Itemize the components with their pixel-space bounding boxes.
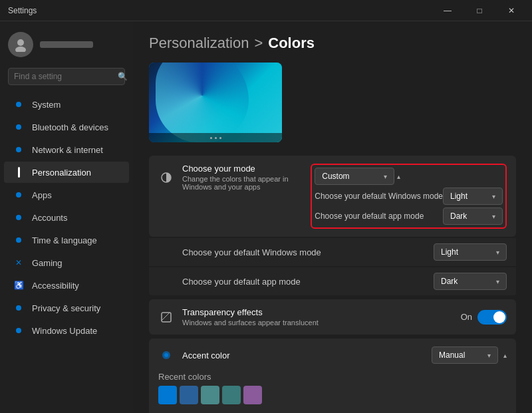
accent-color-title: Accent color (182, 350, 230, 360)
chevron-down-icon: ▾ (492, 213, 495, 220)
app-mode-row-label: Choose your default app mode (182, 277, 301, 287)
gaming-icon: ✕ (13, 257, 24, 268)
recent-color-swatch[interactable] (158, 386, 177, 404)
search-box[interactable]: 🔍 (8, 68, 125, 85)
taskbar-dot (219, 137, 221, 139)
choose-mode-desc: Change the colors that appear in Windows… (182, 175, 311, 191)
sidebar-item-label: Bluetooth & devices (32, 122, 108, 132)
sidebar-item-accounts[interactable]: Accounts (4, 207, 129, 228)
titlebar-title: Settings (8, 6, 37, 15)
choose-mode-title: Choose your mode (182, 164, 311, 174)
windows-mode-value: Light (450, 192, 467, 201)
windows-mode-row-dropdown[interactable]: Light ▾ (434, 243, 507, 261)
transparency-text: Transparency effects Windows and surface… (182, 307, 461, 327)
app-mode-row-dropdown[interactable]: Dark ▾ (434, 273, 507, 290)
sidebar-item-network[interactable]: Network & internet (4, 139, 129, 160)
system-icon (13, 99, 24, 110)
preview-taskbar (149, 133, 282, 142)
sidebar-item-label: System (32, 100, 61, 110)
minimize-button[interactable]: — (432, 0, 463, 21)
sidebar-item-accessibility[interactable]: ♿ Accessibility (4, 275, 129, 296)
choose-mode-dropdown[interactable]: Custom ▾ (315, 168, 394, 185)
transparency-toggle[interactable] (477, 310, 507, 325)
accent-color-section: Accent color Manual ▾ ▴ Recent colors Wi… (149, 339, 516, 413)
choose-mode-row: Choose your mode Change the colors that … (149, 156, 516, 237)
recent-color-swatch[interactable] (180, 386, 198, 404)
accent-color-value: Manual (439, 350, 465, 360)
close-button[interactable]: ✕ (496, 0, 527, 21)
sidebar-item-label: Time & language (32, 235, 97, 245)
toggle-knob (493, 311, 505, 323)
recent-color-swatch[interactable] (201, 386, 219, 404)
transparency-desc: Windows and surfaces appear translucent (182, 319, 461, 327)
time-icon (13, 235, 24, 245)
windows-mode-row: Choose your default Windows mode Light ▾ (149, 238, 516, 266)
sidebar-item-label: Windows Update (32, 326, 97, 336)
app-mode-dropdown[interactable]: Dark ▾ (443, 207, 503, 225)
sidebar-item-label: Accounts (32, 213, 67, 223)
windows-mode-row-label: Choose your default Windows mode (182, 247, 321, 257)
choose-mode-value: Custom (322, 172, 349, 181)
sidebar-item-bluetooth[interactable]: Bluetooth & devices (4, 116, 129, 138)
breadcrumb[interactable]: Personalization (149, 35, 249, 52)
sidebar-item-time[interactable]: Time & language (4, 229, 129, 251)
app-mode-row: Choose your default app mode Dark ▾ (149, 267, 516, 295)
apps-icon (13, 190, 24, 200)
sidebar-item-apps[interactable]: Apps (4, 184, 129, 206)
sidebar-item-update[interactable]: Windows Update (4, 320, 129, 341)
taskbar-dot (215, 137, 217, 139)
recent-color-swatch[interactable] (243, 386, 262, 404)
preview-container (149, 63, 282, 142)
search-input[interactable] (14, 72, 114, 81)
sidebar-item-gaming[interactable]: ✕ Gaming (4, 252, 129, 273)
sidebar-item-system[interactable]: System (4, 94, 129, 115)
sidebar: 🔍 System Bluetooth & devices Network & i… (0, 21, 133, 413)
recent-colors-label: Recent colors (158, 372, 507, 382)
bloom-decoration (156, 63, 249, 142)
app-mode-label: Choose your default app mode (315, 211, 424, 221)
page-title: Colors (268, 35, 315, 52)
sidebar-item-label: Privacy & security (32, 303, 100, 313)
preview-wallpaper (149, 63, 282, 142)
sidebar-item-personalization[interactable]: Personalization (4, 162, 129, 183)
accounts-icon (13, 212, 24, 223)
windows-mode-row-value: Light (441, 247, 458, 257)
sidebar-item-privacy[interactable]: Privacy & security (4, 297, 129, 319)
windows-mode-dropdown[interactable]: Light ▾ (443, 188, 503, 205)
app-mode-row-value: Dark (441, 277, 458, 286)
sidebar-item-label: Gaming (32, 258, 63, 268)
avatar-name (40, 41, 93, 48)
recent-colors-row (158, 386, 507, 404)
accent-color-controls: Manual ▾ ▴ (432, 346, 507, 364)
svg-point-5 (164, 353, 168, 357)
search-icon: 🔍 (118, 72, 128, 81)
transparency-content: Transparency effects Windows and surface… (158, 307, 461, 327)
sidebar-item-label: Apps (32, 190, 52, 200)
transparency-title: Transparency effects (182, 307, 461, 317)
titlebar-controls: — □ ✕ (432, 0, 527, 21)
svg-rect-3 (162, 313, 171, 322)
personalization-icon (13, 167, 24, 178)
transparency-row: Transparency effects Windows and surface… (149, 299, 516, 335)
chevron-down-icon: ▾ (496, 278, 499, 285)
update-icon (13, 325, 24, 336)
sidebar-avatar (0, 27, 133, 68)
chevron-up-icon[interactable]: ▴ (397, 173, 400, 180)
app-mode-value: Dark (450, 211, 467, 221)
chevron-down-icon: ▾ (487, 352, 491, 359)
mode-controls-highlighted: Custom ▾ ▴ Choose your default Windows m… (311, 164, 507, 229)
bluetooth-icon (13, 122, 24, 132)
recent-color-swatch[interactable] (222, 386, 241, 404)
choose-mode-text: Choose your mode Change the colors that … (182, 164, 311, 191)
maximize-button[interactable]: □ (464, 0, 495, 21)
accessibility-icon: ♿ (13, 280, 24, 291)
chevron-down-icon: ▾ (492, 193, 495, 200)
accent-color-left: Accent color (158, 347, 230, 363)
network-icon (13, 144, 24, 155)
transparency-icon (158, 309, 174, 325)
app-container: 🔍 System Bluetooth & devices Network & i… (0, 21, 532, 413)
windows-mode-label: Choose your default Windows mode (315, 192, 443, 201)
accent-color-dropdown[interactable]: Manual ▾ (432, 346, 498, 364)
chevron-down-icon: ▾ (496, 249, 499, 256)
accent-chevron-up-icon[interactable]: ▴ (503, 352, 507, 359)
